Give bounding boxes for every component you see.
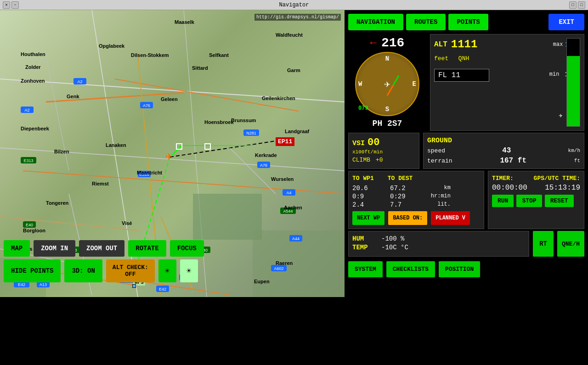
- vsi-ground-row: VSI 00 x100ft/min CLIMB +0 GROUND speed …: [345, 133, 588, 169]
- wp-buttons: NEXT WP BASED ON: PLANNED V: [352, 211, 480, 225]
- based-on-button[interactable]: BASED ON:: [388, 211, 427, 225]
- alt-fl-value: FL 11: [434, 69, 489, 82]
- position-button[interactable]: POSITION: [439, 261, 480, 277]
- alt-qnh: QNH: [458, 55, 469, 62]
- wp-row1-dest: 67.2: [390, 185, 427, 192]
- wp-panel: TO WP1 TO DEST 20.6 67.2 km 0:9 0:29 hr:…: [348, 171, 484, 229]
- aircraft-icon: ✈: [165, 149, 173, 163]
- compass-south: S: [385, 106, 389, 113]
- ground-label: GROUND: [427, 137, 580, 145]
- sun-btn2[interactable]: ☀: [180, 259, 198, 282]
- zoom-out-btn[interactable]: ZOOM OUT: [79, 240, 124, 257]
- hum-row: HUM -100 %: [352, 235, 525, 242]
- to-wp1-label: TO WP1: [352, 175, 374, 182]
- exit-button[interactable]: EXIT: [548, 14, 584, 30]
- alt-bar: [566, 38, 580, 127]
- callsign: PH 2S7: [373, 116, 402, 131]
- map-bottom-buttons: MAP ZOOM IN ZOOM OUT ROTATE FOCUS HIDE P…: [0, 236, 345, 287]
- minimize-button[interactable]: –: [11, 1, 19, 9]
- alt-sub-row: feet QNH: [434, 54, 580, 62]
- heading-value: 216: [381, 36, 404, 50]
- timer-labels-row: TIMER: GPS/UTC TIME:: [492, 175, 580, 182]
- nav-buttons-row: NAVIGATION ROUTES POINTS EXIT: [345, 10, 588, 34]
- timer-value: 00:00:00: [492, 184, 527, 192]
- alt-value: 1111: [451, 38, 478, 51]
- ground-speed-value: 43: [502, 146, 511, 155]
- alt-title-row: ALT 1111 max 1200: [434, 38, 580, 51]
- compass-rose: N S E W ✈ 079: [355, 52, 419, 116]
- alt-check-btn2[interactable]: ALT CHECK:OFF: [106, 259, 155, 282]
- hum-label: HUM: [352, 235, 378, 242]
- vsi-climb-label: CLIMB: [352, 157, 370, 163]
- temp-value: -10C °C: [381, 244, 408, 251]
- wp-timer-row: TO WP1 TO DEST 20.6 67.2 km 0:9 0:29 hr:…: [345, 171, 588, 229]
- planned-v-button[interactable]: PLANNED V: [431, 211, 470, 225]
- alt-plane-icon: ✈: [559, 112, 563, 119]
- ground-terrain-value: 167 ft: [500, 157, 526, 165]
- temp-label: TEMP: [352, 244, 378, 251]
- wp-row3-wp1: 2.4: [352, 201, 389, 208]
- max-button[interactable]: □: [578, 1, 585, 9]
- ground-terrain-unit: ft: [574, 158, 580, 163]
- next-wp-button[interactable]: NEXT WP: [352, 211, 384, 225]
- wp-data-grid: 20.6 67.2 km 0:9 0:29 hr:min 2.4 7.7 lit…: [352, 185, 480, 208]
- map-btn[interactable]: MAP: [4, 240, 30, 257]
- compass-north: N: [385, 55, 389, 62]
- focus-btn[interactable]: FOCUS: [170, 240, 204, 257]
- navigation-button[interactable]: NAVIGATION: [348, 14, 403, 30]
- temp-row: TEMP -10C °C: [352, 244, 525, 251]
- restore-button[interactable]: □: [569, 1, 577, 9]
- wp-row1-wp1: 20.6: [352, 185, 389, 192]
- timer-panel: TIMER: GPS/UTC TIME: 00:00:00 15:13:19 R…: [488, 171, 584, 229]
- window-title: Navigator: [19, 2, 569, 8]
- wp-row1-unit: km: [428, 185, 451, 192]
- rotate-btn[interactable]: ROTATE: [128, 240, 166, 257]
- heading-display: ← 216: [348, 34, 426, 52]
- map-btn-row2: HIDE POINTS 3D: ON ALT CHECK:OFF ☀ ☀: [4, 259, 341, 282]
- hum-temp-panel: HUM -100 % TEMP -10C °C: [348, 231, 529, 257]
- wp-header: TO WP1 TO DEST: [352, 175, 480, 182]
- ep11-label: EP11: [276, 137, 294, 146]
- compass-container: ← 216 N S E W ✈: [348, 34, 426, 131]
- checklists-button[interactable]: CHECKLISTS: [386, 261, 435, 277]
- compass-alt-row: ← 216 N S E W ✈: [345, 34, 588, 131]
- ground-terrain-label: terrain: [427, 157, 452, 164]
- compass-east: E: [413, 80, 416, 88]
- close-button[interactable]: ✕: [3, 1, 10, 9]
- system-btns-row: SYSTEM CHECKLISTS POSITION: [345, 258, 588, 280]
- system-button[interactable]: SYSTEM: [348, 261, 383, 277]
- hum-value: -100 %: [381, 235, 404, 242]
- wp-row2-unit: hr:min: [428, 193, 451, 200]
- alt-feet: feet: [434, 55, 448, 62]
- routes-button[interactable]: ROUTES: [406, 14, 446, 30]
- run-button[interactable]: RUN: [492, 195, 514, 207]
- rt-button[interactable]: RT: [533, 231, 554, 257]
- stop-button[interactable]: STOP: [516, 195, 542, 207]
- vsi-label: VSI: [352, 140, 365, 147]
- sun-btn1[interactable]: ☀: [158, 259, 176, 282]
- wp-row3-unit: lit.: [428, 201, 451, 208]
- alt-label: ALT: [434, 40, 447, 49]
- ground-speed-unit: km/h: [568, 148, 580, 153]
- title-bar: ✕ – Navigator □ □: [0, 0, 588, 10]
- 3d-btn[interactable]: 3D: ON: [64, 259, 102, 282]
- ground-speed-label: speed: [427, 147, 445, 154]
- alt-bar-fill: [567, 56, 580, 126]
- alt-max-label: max: [553, 41, 563, 48]
- points-button[interactable]: POINTS: [448, 14, 488, 30]
- alt-fl-row: FL 11 min 1100: [434, 67, 580, 82]
- reset-button[interactable]: RESET: [545, 195, 574, 207]
- wp-row2-wp1: 0:9: [352, 193, 389, 200]
- ground-terrain-row: terrain 167 ft ft: [427, 157, 580, 165]
- hum-temp-row: HUM -100 % TEMP -10C °C RT QNE/H: [345, 231, 588, 257]
- zoom-in-btn[interactable]: ZOOM IN: [34, 240, 75, 257]
- main-container: A2 A76 N281 E313 A544 A4 A76 A2 A44 E40: [0, 10, 588, 365]
- vsi-climb-value: +0: [376, 157, 383, 163]
- gps-value: 15:13:19: [545, 184, 580, 192]
- timer-buttons: RUN STOP RESET: [492, 195, 580, 207]
- hide-pts-btn[interactable]: HIDE POINTS: [4, 259, 61, 282]
- ground-speed-row: speed 43 km/h: [427, 146, 580, 155]
- wp-row2-dest: 0:29: [390, 193, 427, 200]
- compass-west: W: [358, 80, 362, 88]
- qneh-button[interactable]: QNE/H: [557, 231, 584, 257]
